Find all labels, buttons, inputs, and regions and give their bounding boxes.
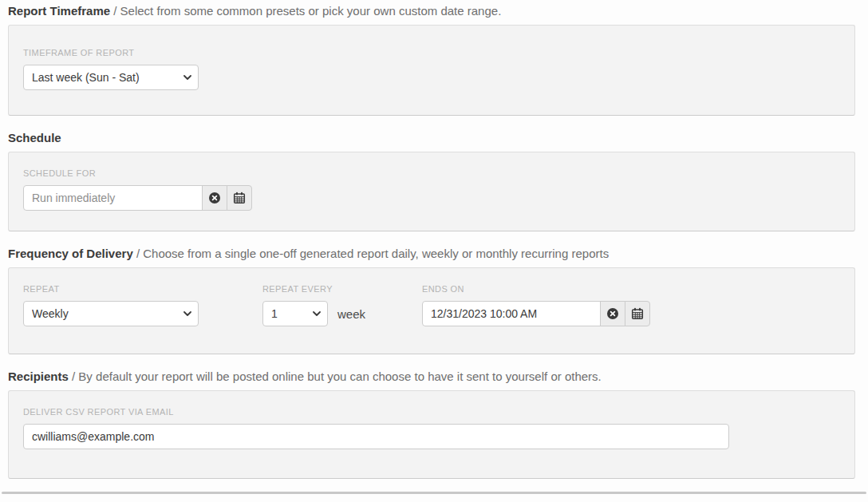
- schedule-calendar-button[interactable]: [227, 185, 252, 211]
- frequency-heading: Frequency of Delivery / Choose from a si…: [8, 247, 855, 261]
- repeat-select[interactable]: Weekly: [23, 301, 199, 326]
- report-timeframe-heading: Report Timeframe / Select from some comm…: [8, 4, 855, 18]
- timeframe-panel: TIMEFRAME OF REPORT Last week (Sun - Sat…: [8, 25, 855, 116]
- schedule-title: Schedule: [8, 131, 61, 144]
- circle-x-icon: [208, 192, 221, 204]
- deliver-csv-email-label: DELIVER CSV REPORT VIA EMAIL: [23, 407, 840, 417]
- frequency-fields-row: REPEAT Weekly REPEAT EVERY: [23, 284, 840, 326]
- repeat-select-wrap: Weekly: [23, 301, 199, 326]
- repeat-every-label: REPEAT EVERY: [262, 284, 422, 294]
- schedule-for-input[interactable]: [23, 185, 203, 211]
- section-schedule: Schedule SCHEDULE FOR: [8, 131, 855, 231]
- ends-on-calendar-button[interactable]: [625, 301, 650, 326]
- repeat-every-field: REPEAT EVERY 1 week: [262, 284, 422, 326]
- report-timeframe-subtitle: / Select from some common presets or pic…: [113, 4, 501, 18]
- timeframe-of-report-label: TIMEFRAME OF REPORT: [23, 48, 840, 58]
- timeframe-select-wrap: Last week (Sun - Sat): [23, 65, 199, 90]
- schedule-heading: Schedule: [8, 131, 855, 145]
- frequency-panel: REPEAT Weekly REPEAT EVERY: [8, 267, 855, 354]
- schedule-for-input-group: [23, 185, 252, 211]
- timeframe-select[interactable]: Last week (Sun - Sat): [23, 65, 199, 90]
- circle-x-icon: [606, 307, 619, 320]
- ends-on-input[interactable]: [422, 301, 601, 326]
- repeat-every-select-wrap: 1: [262, 301, 328, 326]
- report-settings-page: Report Timeframe / Select from some comm…: [0, 0, 868, 479]
- calendar-icon: [631, 307, 644, 320]
- section-frequency: Frequency of Delivery / Choose from a si…: [8, 247, 855, 354]
- report-timeframe-title: Report Timeframe: [8, 4, 110, 18]
- schedule-clear-button[interactable]: [202, 185, 227, 211]
- recipients-heading: Recipients / By default your report will…: [8, 370, 855, 384]
- ends-on-clear-button[interactable]: [600, 301, 625, 326]
- ends-on-label: ENDS ON: [422, 284, 650, 294]
- ends-on-field: ENDS ON: [422, 284, 650, 326]
- repeat-every-select[interactable]: 1: [262, 301, 328, 326]
- calendar-icon: [233, 192, 246, 204]
- schedule-for-label: SCHEDULE FOR: [23, 168, 840, 179]
- recipients-subtitle: / By default your report will be posted …: [72, 370, 602, 383]
- bottom-divider: [2, 492, 866, 494]
- frequency-subtitle: / Choose from a single one-off generated…: [136, 247, 609, 260]
- repeat-label: REPEAT: [23, 284, 199, 294]
- schedule-panel: SCHEDULE FOR: [8, 152, 855, 231]
- repeat-every-controls: 1 week: [262, 301, 422, 326]
- recipients-panel: DELIVER CSV REPORT VIA EMAIL: [8, 390, 855, 479]
- repeat-unit-text: week: [337, 307, 365, 321]
- section-report-timeframe: Report Timeframe / Select from some comm…: [8, 4, 855, 116]
- ends-on-input-group: [422, 301, 650, 326]
- email-input[interactable]: [23, 424, 729, 449]
- section-recipients: Recipients / By default your report will…: [8, 370, 855, 479]
- recipients-title: Recipients: [8, 370, 69, 383]
- repeat-field: REPEAT Weekly: [23, 284, 199, 326]
- frequency-title: Frequency of Delivery: [8, 247, 133, 260]
